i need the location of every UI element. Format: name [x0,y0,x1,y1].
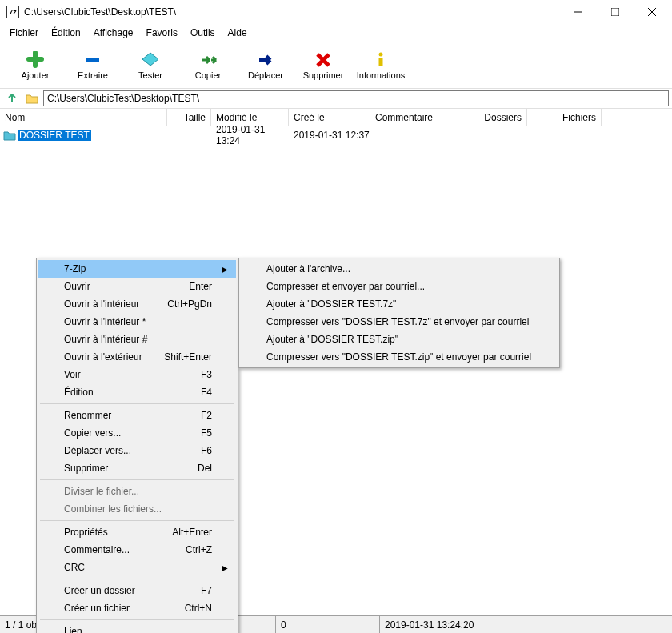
ctx-link[interactable]: Lien [38,623,236,633]
column-fichiers[interactable]: Fichiers [527,109,602,126]
ctx-copy-to[interactable]: Copier vers... F5 [38,424,236,442]
column-commentaire[interactable]: Commentaire [370,109,454,126]
delete-button[interactable]: Supprimer [294,43,352,88]
menu-affichage[interactable]: Affichage [87,26,140,40]
sub-add-zip-label: Ajouter à "DOSSIER TEST.zip" [266,334,534,345]
menu-outils[interactable]: Outils [184,26,222,40]
sub-compress-zip-mail[interactable]: Compresser vers "DOSSIER TEST.zip" et en… [241,348,558,366]
test-button[interactable]: Tester [122,43,179,88]
ctx-view[interactable]: Voir F3 [38,366,236,383]
ctx-open-shortcut: Enter [189,281,212,292]
file-list[interactable]: DOSSIER TEST 2019-01-31 13:24 2019-01-31… [0,126,672,615]
7zip-submenu: Ajouter à l'archive... Compresser et env… [238,258,560,368]
column-nom[interactable]: Nom [0,109,167,126]
toolbar: Ajouter Extraire Tester Copier Déplacer … [0,42,672,88]
svg-rect-6 [379,58,383,66]
info-icon [370,51,392,69]
ctx-properties[interactable]: Propriétés Alt+Enter [38,523,236,541]
extract-button[interactable]: Extraire [64,43,122,88]
menu-aide[interactable]: Aide [222,26,254,40]
ctx-rename-label: Renommer [64,410,201,421]
ctx-combine-label: Combiner les fichiers... [64,503,212,515]
ctx-create-folder-label: Créer un dossier [64,585,201,596]
folder-icon [3,130,16,141]
sub-compress-mail[interactable]: Compresser et envoyer par courriel... [241,278,558,295]
ctx-open-outside-label: Ouvrir à l'extérieur [64,351,164,363]
menu-favoris[interactable]: Favoris [140,26,184,40]
ctx-split-label: Diviser le fichier... [64,486,212,497]
ctx-crc[interactable]: CRC ▶ [38,559,236,576]
menu-fichier[interactable]: Fichier [3,26,45,40]
ctx-open-inside-hash[interactable]: Ouvrir à l'intérieur # [38,331,236,348]
ctx-open-inside-star-label: Ouvrir à l'intérieur * [64,316,212,327]
submenu-arrow-icon: ▶ [222,265,228,274]
ctx-move-to[interactable]: Déplacer vers... F6 [38,442,236,459]
column-cree[interactable]: Créé le [289,109,370,126]
copy-button[interactable]: Copier [179,43,237,88]
maximize-icon [611,8,619,16]
ctx-move-to-label: Déplacer vers... [64,445,201,456]
file-row[interactable]: DOSSIER TEST 2019-01-31 13:24 2019-01-31… [0,128,672,142]
ctx-rename-shortcut: F2 [201,410,212,421]
close-icon [648,8,656,16]
delete-icon [312,51,334,69]
ctx-open-inside-hash-label: Ouvrir à l'intérieur # [64,334,212,345]
ctx-move-to-shortcut: F6 [201,445,212,456]
add-label: Ajouter [22,70,50,80]
ctx-comment[interactable]: Commentaire... Ctrl+Z [38,541,236,559]
move-icon [254,51,277,69]
info-button[interactable]: Informations [352,43,410,88]
ctx-edit-shortcut: F4 [201,387,212,398]
ctx-open[interactable]: Ouvrir Enter [38,278,236,295]
sub-compress-7z-mail[interactable]: Compresser vers "DOSSIER TEST.7z" et env… [241,313,558,331]
sub-add-7z-label: Ajouter à "DOSSIER TEST.7z" [266,298,534,310]
ctx-open-outside[interactable]: Ouvrir à l'extérieur Shift+Enter [38,348,236,366]
ctx-7zip-label: 7-Zip [64,263,212,274]
ctx-create-file-shortcut: Ctrl+N [185,603,212,614]
ctx-open-inside-label: Ouvrir à l'intérieur [64,298,167,310]
folder-icon [24,90,40,106]
window-title: C:\Users\ClubicTest\Desktop\TEST\ [24,6,560,18]
menubar: Fichier Édition Affichage Favoris Outils… [0,24,672,42]
add-button[interactable]: Ajouter [6,43,64,88]
ctx-edit[interactable]: Édition F4 [38,383,236,401]
ctx-rename[interactable]: Renommer F2 [38,407,236,424]
path-input[interactable] [43,90,669,106]
ctx-properties-shortcut: Alt+Enter [172,527,212,538]
menu-edition[interactable]: Édition [45,26,87,40]
ctx-create-folder-shortcut: F7 [201,585,212,596]
minimize-button[interactable] [560,0,597,24]
column-modifie[interactable]: Modifié le [211,109,289,126]
ctx-copy-to-label: Copier vers... [64,427,201,439]
ctx-create-folder[interactable]: Créer un dossier F7 [38,582,236,599]
up-button[interactable] [3,90,21,106]
svg-rect-4 [86,58,99,62]
sub-add-7z[interactable]: Ajouter à "DOSSIER TEST.7z" [241,295,558,313]
delete-label: Supprimer [303,70,344,80]
ctx-open-inside-star[interactable]: Ouvrir à l'intérieur * [38,313,236,331]
ctx-delete[interactable]: Supprimer Del [38,459,236,477]
ctx-create-file[interactable]: Créer un fichier Ctrl+N [38,599,236,617]
ctx-comment-shortcut: Ctrl+Z [186,544,212,555]
close-button[interactable] [634,0,670,24]
ctx-view-label: Voir [64,369,201,380]
ctx-delete-shortcut: Del [198,463,212,474]
ctx-create-file-label: Créer un fichier [64,603,185,614]
pathbar [0,88,672,109]
ctx-open-inside-shortcut: Ctrl+PgDn [167,298,212,310]
sub-add-zip[interactable]: Ajouter à "DOSSIER TEST.zip" [241,331,558,348]
separator [40,403,234,404]
move-button[interactable]: Déplacer [237,43,294,88]
app-icon: 7z [6,6,19,18]
ctx-7zip[interactable]: 7-Zip ▶ [38,260,236,278]
separator [40,520,234,521]
file-created: 2019-01-31 12:37 [289,130,370,141]
titlebar: 7z C:\Users\ClubicTest\Desktop\TEST\ [0,0,672,24]
extract-label: Extraire [78,70,108,80]
ctx-open-inside[interactable]: Ouvrir à l'intérieur Ctrl+PgDn [38,295,236,313]
column-dossiers[interactable]: Dossiers [454,109,527,126]
maximize-button[interactable] [597,0,634,24]
sub-add-archive[interactable]: Ajouter à l'archive... [241,260,558,278]
up-icon [6,92,18,105]
column-taille[interactable]: Taille [167,109,211,126]
